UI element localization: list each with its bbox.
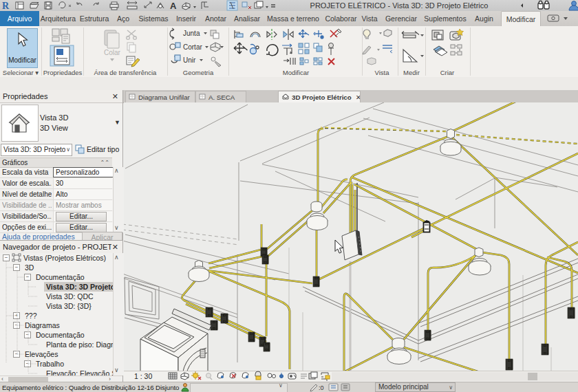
svg-text:R: R [2,1,10,11]
svg-text:Junta: Junta [183,30,200,37]
svg-text:Colar: Colar [104,49,121,56]
svg-text::0: :0 [319,384,324,391]
svg-text:A: A [170,1,177,11]
svg-text:Cortar: Cortar [183,43,202,51]
svg-text:Unir: Unir [183,56,196,64]
